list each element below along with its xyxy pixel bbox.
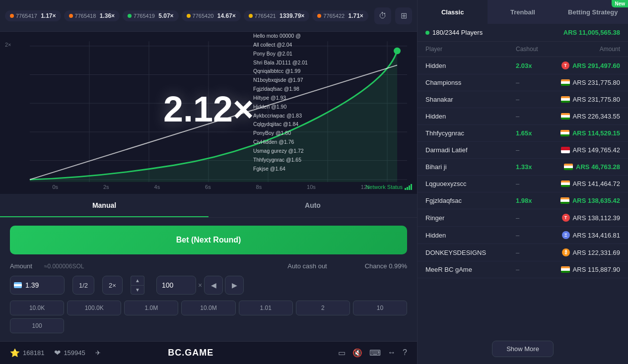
tab-auto[interactable]: Auto xyxy=(209,194,417,217)
game-badge[interactable]: 7765419 5.07× xyxy=(123,10,179,21)
player-name: Hidden xyxy=(425,232,516,239)
amount-value: ₿ ARS 122,331.69 xyxy=(556,248,620,256)
player-name: Thhfycygnrac xyxy=(425,129,516,137)
bottom-icons: ▭ 🔇 ⌨ ↔ ? xyxy=(338,348,407,358)
float-label: Hidden @1.90 xyxy=(253,103,377,112)
game-badge[interactable]: 7765420 14.67× xyxy=(182,10,241,21)
keyboard-icon[interactable]: ⌨ xyxy=(369,348,381,358)
telegram-icon: ✈ xyxy=(95,349,101,357)
tab-classic[interactable]: Classic xyxy=(418,0,488,24)
flag-india-icon xyxy=(561,181,570,187)
cashout-value: – xyxy=(516,249,556,256)
game-badge[interactable]: 7765418 1.36× xyxy=(64,10,120,21)
amount-stepper: ▲ ▼ xyxy=(131,276,144,295)
eth-icon: Ξ xyxy=(562,231,570,239)
quick-amount-button[interactable]: 2 xyxy=(296,301,350,315)
telegram-stat[interactable]: ✈ xyxy=(95,349,101,357)
table-row: Hidden 2.03x T ARS 291,497.60 xyxy=(418,57,628,74)
float-label: Hello moto 00000 @ xyxy=(253,32,377,41)
table-header: Player Cashout Amount xyxy=(418,42,628,57)
heart-stat: ❤ 159945 xyxy=(54,348,85,358)
float-label: Hiltype @1.93 xyxy=(253,94,377,103)
quick-amount-button[interactable]: 100.0K xyxy=(67,301,121,315)
player-name: Fgjzldaqfsac xyxy=(425,197,516,204)
table-row: Darmadi Latief – ARS 149,765.42 xyxy=(418,142,628,159)
show-more-button[interactable]: Show More xyxy=(492,341,554,357)
cashout-value: – xyxy=(516,232,556,239)
bottom-bar: ⭐ 168181 ❤ 159945 ✈ BC.GAME ▭ 🔇 ⌨ ↔ ? xyxy=(0,341,417,364)
table-row: MeeR BC gAme – ARS 115,887.90 xyxy=(418,261,628,278)
star-count: 168181 xyxy=(23,349,44,357)
wallet-icon[interactable]: ▭ xyxy=(338,348,346,358)
tron-icon: T xyxy=(562,214,570,222)
amount-value: ARS 141,464.72 xyxy=(556,180,620,187)
float-label: Fgjzldaqfsac @1.98 xyxy=(253,85,377,94)
float-labels: Hello moto 00000 @All collect @2.04Pony … xyxy=(253,32,377,174)
float-label: Aykbccriwpac @1.83 xyxy=(253,112,377,121)
tab-manual[interactable]: Manual xyxy=(0,194,209,217)
player-name: Championss xyxy=(425,79,516,86)
grid-icon[interactable]: ⊞ xyxy=(395,7,412,24)
float-label: CivHidden @1.76 xyxy=(253,138,377,147)
cashout-value: 1.33x xyxy=(516,163,556,171)
table-row: DONKEYSDESIGNS – ₿ ARS 122,331.69 xyxy=(418,244,628,261)
bet-button[interactable]: Bet (Next Round) xyxy=(10,226,407,254)
x-axis-label: 2s xyxy=(103,184,109,190)
table-row: Championss – ARS 231,775.80 xyxy=(418,74,628,91)
table-row: Shanakar – ARS 231,775.80 xyxy=(418,91,628,108)
cashout-input[interactable] xyxy=(156,276,196,295)
flag-india-icon xyxy=(560,197,569,204)
quick-amount-button[interactable]: 1.01 xyxy=(239,301,293,315)
amount-decrease-button[interactable]: ▼ xyxy=(131,285,144,295)
player-name: Lqguoexyzscc xyxy=(425,180,516,187)
double-button[interactable]: 2× xyxy=(102,276,123,295)
quick-amount-button[interactable]: 10 xyxy=(353,301,407,315)
cashout-next-button[interactable]: ▶ xyxy=(225,276,244,295)
player-name: Ringer xyxy=(425,214,516,222)
y-axis-labels: 2× xyxy=(5,42,11,48)
cashout-value: – xyxy=(516,266,556,273)
quick-amount-button[interactable]: 10.0K xyxy=(10,301,64,315)
game-badges-container: 7765417 1.17×7765418 1.36×7765419 5.07×7… xyxy=(5,10,371,21)
player-name: Darmadi Latief xyxy=(425,146,516,154)
btc-icon: ₿ xyxy=(562,248,570,256)
float-label: PonyBoy @1.80 xyxy=(253,129,377,138)
table-row: Fgjzldaqfsac 1.98x ARS 138,635.42 xyxy=(418,192,628,209)
float-label: Thhfycygnrac @1.65 xyxy=(253,156,377,165)
cashout-value: 1.98x xyxy=(516,197,556,204)
sound-icon[interactable]: 🔇 xyxy=(352,348,362,358)
float-label: Cqlgydqjitac @1.84 xyxy=(253,120,377,129)
col-amount: Amount xyxy=(556,46,620,53)
float-label: Shri Bala JD111 @2.01 xyxy=(253,59,377,67)
sol-equiv: ≈0.000006SOL xyxy=(44,263,84,270)
right-panel: Classic Trenball Betting Strategy New 18… xyxy=(417,0,628,364)
float-label: All collect @2.04 xyxy=(253,41,377,50)
half-button[interactable]: 1/2 xyxy=(72,276,94,295)
players-online-dot xyxy=(425,31,429,35)
table-row: Bihari ji 1.33x ARS 46,763.28 xyxy=(418,159,628,176)
flag-india-icon xyxy=(561,96,570,103)
tab-trenball[interactable]: Trenball xyxy=(488,0,558,24)
history-icon[interactable]: ⏱ xyxy=(374,7,391,24)
svg-point-12 xyxy=(394,48,401,54)
amount-increase-button[interactable]: ▲ xyxy=(131,276,144,285)
current-multiplier: 2.12× xyxy=(163,88,254,129)
player-name: DONKEYSDESIGNS xyxy=(425,249,516,256)
network-bars-icon xyxy=(405,184,412,190)
cashout-prev-button[interactable]: ◀ xyxy=(204,276,223,295)
col-player: Player xyxy=(425,46,516,53)
amount-value: ARS 138,635.42 xyxy=(556,197,620,204)
quick-amount-button[interactable]: 1.0M xyxy=(124,301,178,315)
quick-amount-button[interactable]: 10.0M xyxy=(181,301,235,315)
cashout-value: – xyxy=(516,113,556,120)
table-row: Thhfycygnrac 1.65x ARS 114,529.15 xyxy=(418,125,628,142)
quick-amount-button[interactable]: 100 xyxy=(10,318,64,333)
game-badge[interactable]: 7765417 1.17× xyxy=(5,10,61,21)
brand-logo: BC.GAME xyxy=(168,348,213,358)
new-badge: New xyxy=(612,0,628,7)
help-icon[interactable]: ? xyxy=(403,348,407,358)
stats-icon[interactable]: ↔ xyxy=(388,348,396,358)
game-badge[interactable]: 7765421 1339.79× xyxy=(244,10,310,21)
game-badge[interactable]: 7765422 1.71× xyxy=(312,10,368,21)
heart-icon: ❤ xyxy=(54,348,61,358)
